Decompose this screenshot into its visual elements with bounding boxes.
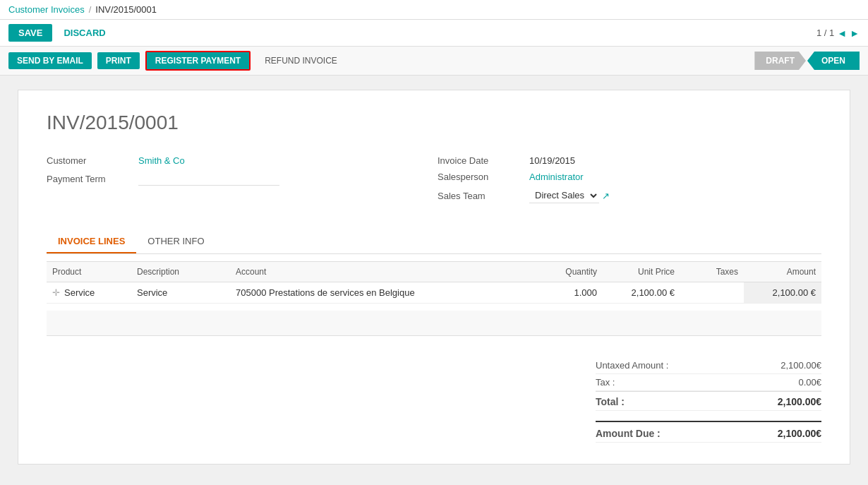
col-unit-price: Unit Price (603, 262, 680, 282)
breadcrumb-separator: / (89, 4, 92, 15)
cell-description: Service (131, 282, 230, 304)
cell-account: 705000 Prestations de services en Belgiq… (230, 282, 539, 304)
breadcrumb-bar: Customer Invoices / INV/2015/0001 (0, 0, 868, 20)
discard-button[interactable]: DISCARD (58, 24, 111, 42)
invoice-title: INV/2015/0001 (47, 112, 821, 134)
payment-term-label: Payment Term (47, 174, 138, 184)
register-payment-button[interactable]: REGISTER PAYMENT (145, 51, 251, 71)
status-draft-label: DRAFT (754, 52, 806, 70)
total-value: 2,100.00€ (751, 396, 821, 407)
invoice-date-value: 10/19/2015 (529, 155, 575, 166)
action-bar-left: SAVE DISCARD (8, 24, 111, 42)
status-bar: DRAFT OPEN (754, 52, 860, 70)
cell-unit-price: 2,100.00 € (603, 282, 680, 304)
tab-invoice-lines[interactable]: INVOICE LINES (47, 230, 136, 253)
sales-team-label: Sales Team (438, 191, 529, 201)
salesperson-label: Salesperson (438, 172, 529, 182)
table-header-row: Product Description Account Quantity Uni… (47, 262, 821, 282)
invoice-date-row: Invoice Date 10/19/2015 (438, 155, 821, 166)
tax-value: 0.00€ (751, 377, 821, 388)
untaxed-label: Untaxed Amount : (596, 360, 668, 371)
send-email-button[interactable]: SEND BY EMAIL (8, 52, 92, 69)
payment-term-row: Payment Term (47, 172, 430, 186)
tab-other-info[interactable]: OTHER INFO (136, 230, 215, 253)
total-label: Total : (596, 396, 625, 407)
invoice-table: Product Description Account Quantity Uni… (47, 261, 821, 304)
col-amount: Amount (744, 262, 821, 282)
col-taxes: Taxes (680, 262, 744, 282)
amount-due-row: Amount Due : 2,100.00€ (596, 421, 821, 443)
customer-label: Customer (47, 155, 138, 166)
customer-row: Customer Smith & Co (47, 155, 430, 166)
untaxed-value: 2,100.00€ (751, 360, 821, 371)
pagination-text: 1 / 1 (816, 28, 834, 38)
sales-team-row: Sales Team Direct Sales ↗ (438, 188, 821, 203)
breadcrumb-parent[interactable]: Customer Invoices (8, 4, 85, 15)
form-right: Invoice Date 10/19/2015 Salesperson Admi… (438, 155, 821, 209)
save-button[interactable]: SAVE (8, 24, 52, 42)
prev-arrow-icon[interactable]: ◄ (837, 28, 847, 39)
untaxed-row: Untaxed Amount : 2,100.00€ (596, 357, 821, 374)
pagination: 1 / 1 ◄ ► (816, 28, 860, 39)
invoice-date-label: Invoice Date (438, 155, 529, 166)
table-row[interactable]: ✛Service Service 705000 Prestations de s… (47, 282, 821, 304)
breadcrumb-current: INV/2015/0001 (95, 4, 157, 15)
cell-quantity: 1.000 (539, 282, 603, 304)
form-left: Customer Smith & Co Payment Term (47, 155, 430, 209)
add-row-area[interactable] (47, 311, 821, 336)
totals-section: Untaxed Amount : 2,100.00€ Tax : 0.00€ T… (47, 357, 821, 443)
sales-team-select-row: Direct Sales ↗ (529, 188, 610, 203)
salesperson-row: Salesperson Administrator (438, 172, 821, 182)
button-bar: SEND BY EMAIL PRINT REGISTER PAYMENT REF… (0, 47, 868, 76)
external-link-icon[interactable]: ↗ (602, 191, 610, 201)
salesperson-value[interactable]: Administrator (529, 172, 584, 182)
main-content: INV/2015/0001 Customer Smith & Co Paymen… (18, 90, 850, 465)
action-bar: SAVE DISCARD 1 / 1 ◄ ► (0, 20, 868, 47)
tax-label: Tax : (596, 377, 615, 388)
total-row: Total : 2,100.00€ (596, 391, 821, 411)
cell-product: ✛Service (47, 282, 131, 304)
amount-due-label: Amount Due : (596, 428, 661, 439)
next-arrow-icon[interactable]: ► (850, 28, 860, 39)
customer-value[interactable]: Smith & Co (138, 155, 185, 166)
col-quantity: Quantity (539, 262, 603, 282)
tax-row: Tax : 0.00€ (596, 374, 821, 391)
payment-term-input[interactable] (138, 172, 279, 186)
sales-team-select[interactable]: Direct Sales (529, 188, 599, 203)
refund-invoice-button[interactable]: REFUND INVOICE (256, 52, 346, 69)
totals-table: Untaxed Amount : 2,100.00€ Tax : 0.00€ T… (596, 357, 821, 443)
status-open-label: OPEN (807, 52, 860, 70)
col-account: Account (230, 262, 539, 282)
amount-due-value: 2,100.00€ (751, 428, 821, 439)
cell-amount: 2,100.00 € (744, 282, 821, 304)
col-product: Product (47, 262, 131, 282)
cell-taxes (680, 282, 744, 304)
drag-handle-icon[interactable]: ✛ (52, 287, 60, 298)
print-button[interactable]: PRINT (97, 52, 140, 69)
col-description: Description (131, 262, 230, 282)
form-grid: Customer Smith & Co Payment Term Invoice… (47, 155, 821, 209)
tabs: INVOICE LINES OTHER INFO (47, 230, 821, 254)
